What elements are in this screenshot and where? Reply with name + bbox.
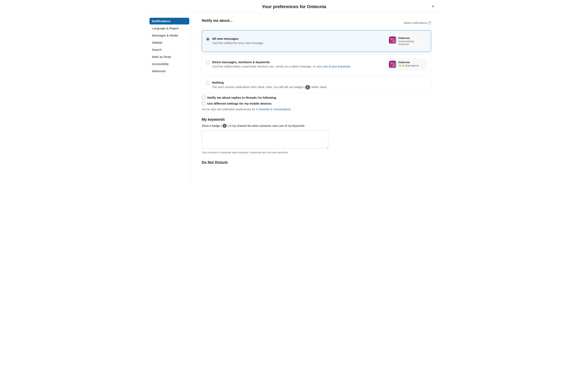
preview-text-all: Ontecnia Good morning everyone! bbox=[398, 36, 424, 46]
keywords-desc-suffix: ) in my channel list when someone uses o… bbox=[227, 124, 305, 127]
radio-nothing-desc-suffix: ) within Slack. bbox=[310, 85, 328, 89]
svg-point-6 bbox=[391, 63, 392, 64]
checkbox-mobile-row: Use different settings for my mobile dev… bbox=[202, 102, 431, 105]
help-icon: ? bbox=[428, 21, 431, 25]
svg-point-1 bbox=[391, 38, 392, 40]
modal-body: Notifications Language & Region Messages… bbox=[147, 13, 441, 184]
preview-workspace-name-direct: Ontecnia bbox=[398, 61, 424, 64]
nothing-badge: 1 bbox=[305, 85, 310, 90]
svg-point-4 bbox=[393, 40, 394, 42]
svg-point-7 bbox=[393, 63, 394, 64]
about-notifications-link[interactable]: About notifications ? bbox=[404, 21, 431, 25]
svg-point-8 bbox=[391, 65, 392, 66]
notifications-section-title: Notify me about... bbox=[202, 18, 233, 23]
radio-option-direct-mentions-left: Direct messages, mentions & keywords You… bbox=[206, 60, 383, 69]
sidebar-item-search[interactable]: Search bbox=[149, 46, 189, 53]
notifications-section-header: Notify me about... About notifications ? bbox=[202, 18, 431, 27]
radio-nothing-text: Nothing You won't receive notifications … bbox=[212, 81, 328, 90]
sidebar: Notifications Language & Region Messages… bbox=[147, 13, 192, 184]
keywords-textarea[interactable] bbox=[202, 130, 328, 149]
preview-workspace-icon-all bbox=[389, 36, 396, 44]
radio-all-messages-label: All new messages bbox=[212, 37, 264, 40]
close-button[interactable]: × bbox=[430, 3, 436, 10]
sidebar-item-notifications[interactable]: Notifications bbox=[149, 18, 189, 25]
checkbox-replies-input[interactable] bbox=[202, 96, 205, 99]
keywords-badge: 1 bbox=[223, 124, 227, 128]
radio-all-messages-input[interactable] bbox=[206, 37, 210, 41]
radio-direct-mentions-desc: You'll be notified when a teammate menti… bbox=[212, 65, 351, 69]
checkbox-mobile-label: Use different settings for my mobile dev… bbox=[207, 102, 272, 105]
keywords-title: My keywords bbox=[202, 117, 431, 122]
svg-point-3 bbox=[391, 40, 392, 42]
preview-workspace-icon-direct bbox=[389, 61, 396, 68]
keywords-link[interactable]: one of your keywords bbox=[323, 65, 350, 68]
about-notifications-text: About notifications bbox=[404, 21, 427, 25]
preview-message-direct: 👋 Hi @alexgarcia bbox=[398, 64, 424, 67]
checkbox-replies-row: Notify me about replies to threads I'm f… bbox=[202, 96, 431, 99]
sidebar-item-messages-media[interactable]: Messages & Media bbox=[149, 32, 189, 39]
channels-text: You've also set notification preferences… bbox=[202, 108, 431, 111]
modal-title: Your preferences for Ontecnia bbox=[262, 4, 326, 9]
sidebar-item-mark-as-read[interactable]: Mark as Read bbox=[149, 53, 189, 60]
radio-direct-mentions-label: Direct messages, mentions & keywords bbox=[212, 60, 351, 64]
checkbox-replies-label: Notify me about replies to threads I'm f… bbox=[207, 96, 276, 99]
radio-all-messages-desc: You'll be notified for every new message… bbox=[212, 41, 264, 45]
preview-workspace-name-all: Ontecnia bbox=[398, 36, 424, 40]
radio-nothing-input[interactable] bbox=[206, 81, 210, 85]
keywords-desc: Show a badge (1) in my channel list when… bbox=[202, 124, 431, 128]
radio-nothing-label: Nothing bbox=[212, 81, 328, 84]
preferences-modal: Your preferences for Ontecnia × Notifica… bbox=[147, 0, 441, 184]
main-content: Notify me about... About notifications ?… bbox=[192, 13, 441, 184]
svg-point-2 bbox=[393, 38, 394, 40]
sidebar-item-language-region[interactable]: Language & Region bbox=[149, 25, 189, 32]
radio-direct-mentions-desc-suffix: . bbox=[350, 65, 351, 68]
radio-option-nothing[interactable]: Nothing You won't receive notifications … bbox=[202, 77, 431, 93]
radio-option-nothing-left: Nothing You won't receive notifications … bbox=[206, 81, 427, 90]
modal-header: Your preferences for Ontecnia × bbox=[147, 0, 441, 13]
radio-all-messages-text: All new messages You'll be notified for … bbox=[212, 37, 264, 45]
notification-preview-direct: Ontecnia 👋 Hi @alexgarcia bbox=[386, 58, 427, 71]
keywords-hint: Use commas to separate each keyword. Key… bbox=[202, 151, 431, 154]
preview-text-direct: Ontecnia 👋 Hi @alexgarcia bbox=[398, 61, 424, 67]
notification-preview-all: Ontecnia Good morning everyone! bbox=[386, 34, 427, 48]
radio-direct-mentions-desc-prefix: You'll be notified when a teammate menti… bbox=[212, 65, 323, 68]
radio-option-all-messages[interactable]: All new messages You'll be notified for … bbox=[202, 30, 431, 52]
radio-option-all-messages-left: All new messages You'll be notified for … bbox=[206, 37, 383, 45]
svg-rect-5 bbox=[390, 62, 396, 67]
do-not-disturb-title: Do Not Disturb bbox=[202, 160, 431, 165]
sidebar-item-advanced[interactable]: Advanced bbox=[149, 68, 189, 75]
sidebar-item-accessibility[interactable]: Accessibility bbox=[149, 60, 189, 67]
channels-text-prefix: You've also set notification preferences… bbox=[202, 108, 256, 111]
radio-direct-mentions-input[interactable] bbox=[206, 61, 210, 64]
svg-point-9 bbox=[393, 65, 394, 66]
preview-emoji-direct: 👋 bbox=[398, 64, 402, 67]
keywords-desc-prefix: Show a badge ( bbox=[202, 124, 222, 127]
preview-message-all: Good morning everyone! bbox=[398, 40, 424, 46]
channels-link[interactable]: 4 channels & conversations bbox=[256, 108, 291, 111]
radio-nothing-desc-prefix: You won't receive notifications from Sla… bbox=[212, 85, 305, 89]
radio-nothing-desc: You won't receive notifications from Sla… bbox=[212, 85, 328, 90]
svg-rect-0 bbox=[390, 37, 396, 43]
checkbox-mobile-input[interactable] bbox=[202, 102, 205, 105]
preview-mention-text: Hi @alexgarcia bbox=[402, 64, 419, 67]
radio-direct-mentions-text: Direct messages, mentions & keywords You… bbox=[212, 60, 351, 69]
radio-option-direct-mentions[interactable]: Direct messages, mentions & keywords You… bbox=[202, 54, 431, 75]
sidebar-item-sidebar[interactable]: Sidebar bbox=[149, 39, 189, 46]
keywords-section: My keywords Show a badge (1) in my chann… bbox=[202, 117, 431, 154]
